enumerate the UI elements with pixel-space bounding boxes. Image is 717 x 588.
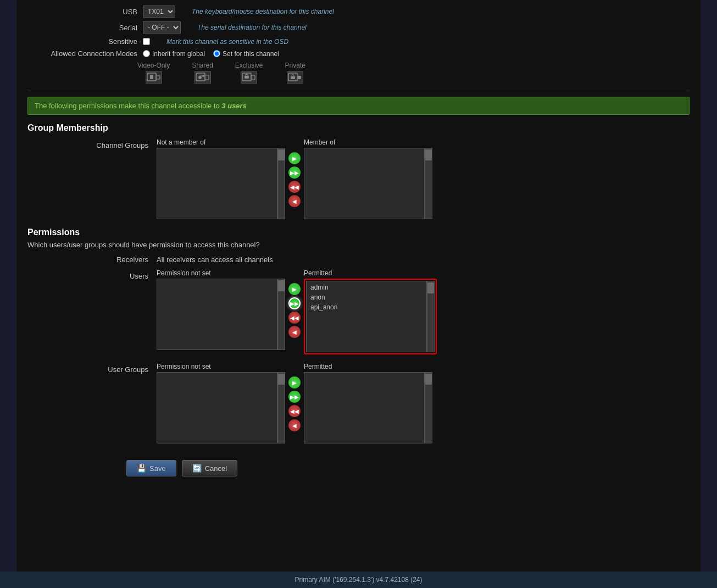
users-remove-one-button[interactable]: ◀ [288,326,301,338]
receivers-row: Receivers All receivers can access all c… [27,256,690,264]
inherit-radio[interactable] [143,50,150,57]
user-groups-add-one-button[interactable]: ▶ [288,376,301,389]
users-not-set-label: Permission not set [157,269,285,277]
user-groups-not-set-section: Permission not set [157,363,285,443]
status-text: Primary AIM ('169.254.1.3') v4.7.42108 (… [294,576,422,584]
not-member-listbox[interactable] [157,148,277,219]
usb-select[interactable]: TX01 [143,5,175,18]
user-groups-label: User Groups [71,363,148,374]
users-not-set-listbox[interactable] [157,279,277,350]
set-radio[interactable] [213,50,220,57]
users-arrow-buttons: ▶ ▶▶ ◀◀ ◀ [288,269,301,338]
cancel-icon: 🔄 [192,464,202,473]
mode-exclusive-label: Exclusive [235,62,263,69]
users-not-set-listbox-wrapper [157,279,285,350]
user-groups-not-set-listbox[interactable] [157,372,277,443]
mode-video-only-label: Video-Only [137,62,170,69]
svg-rect-1 [150,75,153,79]
serial-select[interactable]: - OFF - [143,21,181,34]
inherit-radio-option[interactable]: Inherit from global [143,50,205,58]
cancel-button[interactable]: 🔄 Cancel [182,460,237,476]
member-listbox[interactable] [304,148,425,219]
svg-rect-12 [291,76,295,79]
not-member-scrollbar[interactable] [277,148,285,219]
users-label: Users [71,269,148,280]
channel-groups-container: Channel Groups Not a member of ▶ ▶▶ ◀◀ ◀… [27,138,690,219]
user-api-anon[interactable]: api_anon [308,302,425,312]
mode-video-only: Video-Only [137,62,170,84]
users-add-one-button[interactable]: ▶ [288,283,301,295]
svg-rect-10 [251,75,255,80]
serial-row: Serial - OFF - The serial destination fo… [27,21,690,34]
serial-hint: The serial destination for this channel [197,24,307,31]
users-container: Users Permission not set ▶ ▶▶ ◀◀ ◀ [27,269,690,354]
users-not-set-scrollbar[interactable] [277,279,285,350]
users-remove-all-button[interactable]: ◀◀ [288,312,301,324]
user-groups-permitted-listbox[interactable] [304,372,425,443]
permissions-title: Permissions [27,228,690,237]
banner-prefix: The following permissions make this chan… [35,102,221,110]
save-label: Save [149,464,166,473]
svg-rect-2 [156,76,160,79]
member-scrollbar[interactable] [425,148,432,219]
save-button[interactable]: 💾 Save [126,460,176,476]
user-groups-not-set-label: Permission not set [157,363,285,370]
svg-rect-9 [244,76,249,79]
user-groups-permitted-section: Permitted [304,363,432,443]
mode-private-icon [287,71,303,84]
user-groups-permitted-listbox-wrapper [304,372,432,443]
group-membership-title: Group Membership [27,123,690,133]
not-member-section: Not a member of [157,138,285,219]
member-label: Member of [304,138,432,146]
mode-shared: Shared [192,62,213,84]
usb-label: USB [27,8,137,16]
users-permitted-section: Permitted admin anon api_anon [304,269,437,354]
channel-groups-label: Channel Groups [71,138,148,149]
users-permitted-highlighted-box: admin anon api_anon [304,279,437,354]
remove-one-button[interactable]: ◀ [288,195,301,207]
mode-video-only-icon [146,71,162,84]
set-radio-option[interactable]: Set for this channel [213,50,279,58]
user-groups-not-set-listbox-wrapper [157,372,285,443]
users-not-set-scroll-thumb [278,280,285,291]
receivers-value: All receivers can access all channels [157,256,273,264]
users-permitted-scrollbar[interactable] [427,281,435,352]
user-anon[interactable]: anon [308,292,425,302]
remove-all-button[interactable]: ◀◀ [288,181,301,193]
mode-shared-label: Shared [192,62,213,69]
user-admin[interactable]: admin [308,282,425,292]
serial-label: Serial [27,24,137,32]
user-groups-add-all-button[interactable]: ▶▶ [288,391,301,403]
permissions-banner: The following permissions make this chan… [27,97,690,115]
sensitive-hint: Mark this channel as sensitive in the OS… [166,38,288,46]
sensitive-row: Sensitive Mark this channel as sensitive… [27,37,690,46]
user-groups-permitted-label: Permitted [304,363,432,370]
not-member-listbox-wrapper [157,148,285,219]
mode-shared-icon [194,71,211,84]
set-label: Set for this channel [223,50,279,58]
add-one-button[interactable]: ▶ [288,152,301,164]
sensitive-checkbox[interactable] [143,38,150,45]
user-groups-arrow-buttons: ▶ ▶▶ ◀◀ ◀ [288,363,301,431]
permissions-description: Which users/user groups should have perm… [27,241,690,249]
usb-hint: The keyboard/mouse destination for this … [192,8,334,15]
user-groups-not-set-scrollbar[interactable] [277,372,285,443]
add-all-button[interactable]: ▶▶ [288,167,301,179]
not-member-scroll-thumb [278,149,285,160]
sensitive-label: Sensitive [27,37,137,46]
user-groups-remove-one-button[interactable]: ◀ [288,419,301,431]
user-groups-not-set-scroll-thumb [278,374,285,385]
users-permitted-label: Permitted [304,269,437,277]
mode-exclusive-icon [241,71,257,84]
usb-row: USB TX01 The keyboard/mouse destination … [27,5,690,18]
user-groups-remove-all-button[interactable]: ◀◀ [288,405,301,417]
users-add-all-button[interactable]: ▶▶ [288,297,301,309]
not-member-label: Not a member of [157,138,285,146]
footer-buttons: 💾 Save 🔄 Cancel [27,452,690,482]
user-groups-permitted-scroll-thumb [425,374,432,385]
users-permitted-listbox-wrapper: admin anon api_anon [306,281,435,352]
user-groups-permitted-scrollbar[interactable] [425,372,432,443]
svg-rect-7 [205,75,209,80]
users-permitted-listbox[interactable]: admin anon api_anon [306,281,427,352]
permissions-section: Permissions Which users/user groups shou… [27,228,690,443]
